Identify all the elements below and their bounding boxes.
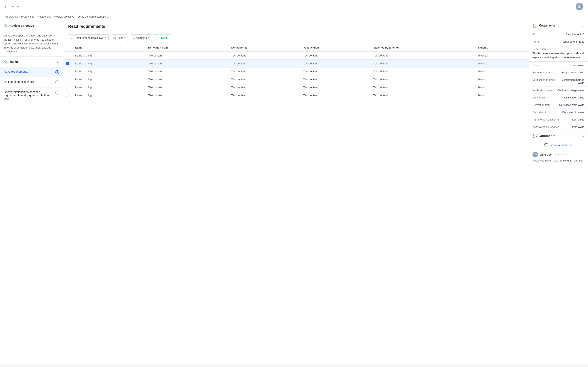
filter-button[interactable]: ⊟ Filter ▾ <box>111 34 128 41</box>
property-row-verification-method: Verification methodVerification method v… <box>529 76 588 87</box>
done-button[interactable]: ✓ Done <box>154 34 171 41</box>
task-label-check-relationships: Check relationships between requirements… <box>4 90 53 100</box>
right-sidebar-chevron[interactable]: ⌄ <box>581 23 584 28</box>
table-row[interactable]: Name of thingText contentText contentTex… <box>63 67 528 75</box>
home-icon[interactable]: ⌂ <box>5 4 8 9</box>
comments-section-header[interactable]: 💬 Comments ⌄ <box>529 131 588 141</box>
cell-satisfied_by_function: Text content <box>371 91 475 99</box>
task-label-read-requirements: Read requirements <box>4 70 53 73</box>
cell-satisfi: Text co... <box>475 75 528 83</box>
prop-label-3: Verification stage <box>532 89 553 92</box>
task-radio-check-relationships[interactable] <box>55 91 60 95</box>
columns-icon: ⊟ <box>133 36 135 39</box>
prop-label-0: Owner <box>532 64 551 67</box>
col-header-derivation-to: Derivation to <box>228 44 301 51</box>
breadcrumb-review-objective[interactable]: Review objective <box>54 15 74 18</box>
cell-satisfi: Text co... <box>475 83 528 91</box>
toolbar: ⊞ Requirement breakdown ▾ ⊟ Filter ▾ ⊟ C… <box>63 32 528 44</box>
comment-item-jane: JD Jane Doe 3 minutes ago Could you have… <box>529 149 588 165</box>
task-item-completeness-check[interactable]: Do completeness check <box>0 77 63 87</box>
row-checkbox-1[interactable] <box>66 62 69 65</box>
tasks-section-header[interactable]: 📎 Tasks ⌄ <box>0 57 63 67</box>
breadcrumb-sep-3: › <box>52 15 53 18</box>
property-row-derivation-to: Derivation toDerivation to value <box>529 109 588 116</box>
breadcrumb-current: Verify the completeness.... <box>78 15 109 18</box>
main-layout: 📎 Review objective ⌄ Verify the proper t… <box>0 20 588 364</box>
row-checkbox-2[interactable] <box>66 70 69 73</box>
breadcrumb-sep-1: › <box>19 15 20 18</box>
table-header-checkbox <box>63 44 72 51</box>
comments-chevron: ⌄ <box>581 134 584 138</box>
cell-name: Name of thing <box>72 51 145 59</box>
description-block: Description This is the requirement desc… <box>529 45 588 62</box>
paperclip-icon: 📎 <box>4 24 8 27</box>
breadcrumb-project-title[interactable]: Project title <box>21 15 34 18</box>
cell-derivation_to: Text content <box>228 67 301 75</box>
row-checkbox-4[interactable] <box>66 86 69 89</box>
comment-meta: JD Jane Doe 3 minutes ago <box>532 152 584 157</box>
cell-derivation_from: Text content <box>145 83 228 91</box>
grid-icon: ⊞ <box>71 36 73 39</box>
cell-justification: Text content <box>301 83 371 91</box>
cell-derivation_from: Text content <box>145 51 228 59</box>
row-checkbox-3[interactable] <box>66 78 69 81</box>
content-header: Read requirements <box>63 20 528 32</box>
breadcrumb-sep-4: › <box>76 15 76 18</box>
leave-comment-button[interactable]: 💬 Leave a comment <box>529 141 588 149</box>
cell-derivation_from: Text content <box>145 91 228 99</box>
clipboard-icon: 📋 <box>532 23 537 28</box>
avatar[interactable]: JD <box>576 3 583 10</box>
columns-button[interactable]: ⊟ Columns ▾ <box>130 34 152 41</box>
property-value-name: Requirement name <box>562 40 584 43</box>
task-item-check-relationships[interactable]: Check relationships between requirements… <box>0 87 63 103</box>
table-row[interactable]: Name of thingText contentText contentTex… <box>63 59 528 67</box>
columns-label: Columns <box>136 36 147 39</box>
cell-justification: Text content <box>301 75 371 83</box>
col-header-name: Name <box>72 44 145 51</box>
review-objective-section-header[interactable]: 📎 Review objective ⌄ <box>0 20 63 31</box>
review-objective-chevron: ⌄ <box>56 23 60 28</box>
tasks-section-left: 📎 Tasks <box>4 60 18 64</box>
breadcrumb-review-title[interactable]: Review title <box>38 15 51 18</box>
columns-chevron: ▾ <box>148 36 149 39</box>
filter-label: Filter <box>117 36 123 39</box>
leave-comment-label: Leave a comment <box>550 143 572 147</box>
cell-satisfied_by_function: Text content <box>371 83 475 91</box>
row-checkbox-0[interactable] <box>66 54 69 57</box>
prop-label-5: Derivation from <box>532 103 551 106</box>
prop-value-4: Justification value <box>563 96 584 99</box>
property-row-id: ID Requirement ID <box>529 31 588 38</box>
cell-satisfi: Text co... <box>475 67 528 75</box>
requirement-breakdown-button[interactable]: ⊞ Requirement breakdown ▾ <box>68 34 109 41</box>
cell-satisfi: Text co... <box>475 51 528 59</box>
table-row[interactable]: Name of thingText contentText contentTex… <box>63 83 528 91</box>
task-item-read-requirements[interactable]: Read requirements <box>0 67 63 77</box>
breakdown-chevron: ▾ <box>105 36 106 39</box>
back-button[interactable]: ← <box>11 4 15 8</box>
top-nav: ⌂ ← → JD <box>0 0 588 13</box>
row-checkbox-5[interactable] <box>66 94 69 97</box>
table-row[interactable]: Name of thingText contentText contentTex… <box>63 75 528 83</box>
col-header-derivation-from: Derivation from <box>145 44 228 51</box>
table-row[interactable]: Name of thingText contentText contentTex… <box>63 51 528 59</box>
comment-text-jane: Could you have a look at this data, and … <box>532 159 584 163</box>
property-row-associated-categories: Associated CategoriesItem value <box>529 123 588 131</box>
select-all-checkbox[interactable] <box>66 46 69 49</box>
property-row-verification-stage: Verification stageVerification stage val… <box>529 87 588 94</box>
description-text: This is the requirement description it s… <box>532 51 584 59</box>
task-radio-read-requirements[interactable] <box>55 70 60 74</box>
comment-time-jane: 3 minutes ago <box>553 153 567 156</box>
cell-name: Name of thing <box>72 75 145 83</box>
cell-satisfied_by_function: Text content <box>371 51 475 59</box>
cell-justification: Text content <box>301 91 371 99</box>
comment-bubble-icon: 💬 <box>544 143 548 147</box>
cell-justification: Text content <box>301 51 371 59</box>
forward-button[interactable]: → <box>16 4 20 8</box>
comment-avatar-jane: JD <box>532 152 538 157</box>
task-radio-completeness-check[interactable] <box>55 80 60 84</box>
prop-value-3: Verification stage value <box>557 89 584 92</box>
property-value-id: Requirement ID <box>566 33 584 36</box>
breadcrumb-all-projects[interactable]: All projects <box>5 15 18 18</box>
prop-value-1: Requirement value <box>562 71 584 74</box>
table-row[interactable]: Name of thingText contentText contentTex… <box>63 91 528 99</box>
